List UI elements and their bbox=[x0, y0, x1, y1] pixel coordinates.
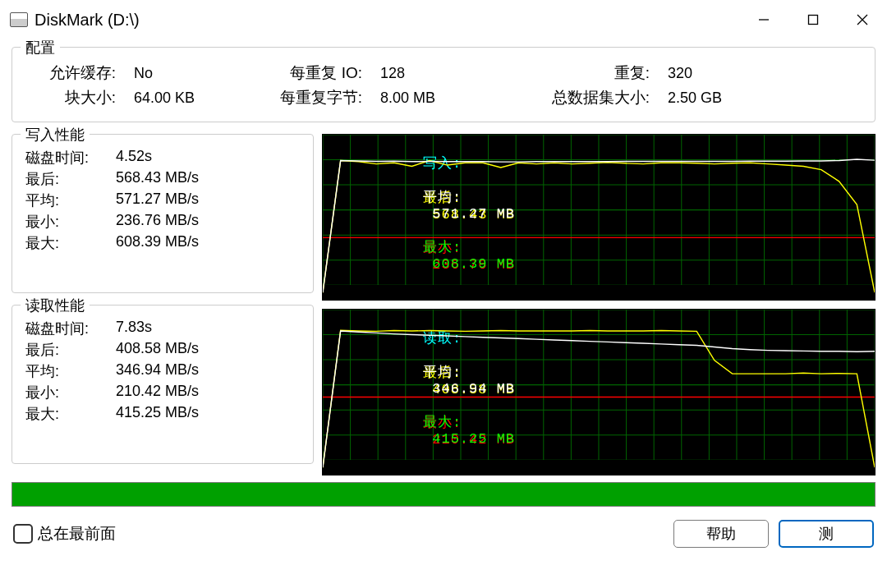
write-min-label: 最小: bbox=[25, 212, 116, 232]
read-last-label: 最后: bbox=[25, 340, 116, 360]
write-disktime-value: 4.52s bbox=[116, 148, 152, 168]
config-group: 配置 允许缓存:No 块大小:64.00 KB 每重复 IO:128 每重复字节… bbox=[11, 47, 876, 122]
read-max-label: 最大: bbox=[25, 404, 116, 424]
repeat-value: 320 bbox=[668, 65, 766, 82]
read-min-value: 210.42 MB/s bbox=[116, 383, 199, 402]
read-avg-label: 平均: bbox=[25, 361, 116, 381]
write-avg-value: 571.27 MB/s bbox=[116, 191, 199, 210]
test-button[interactable]: 测 bbox=[779, 520, 874, 548]
read-perf-title: 读取性能 bbox=[21, 296, 90, 315]
total-dataset-label: 总数据集大小: bbox=[518, 87, 650, 108]
write-min-value: 236.76 MB/s bbox=[116, 212, 199, 232]
bytes-per-repeat-label: 每重复字节: bbox=[272, 87, 362, 108]
app-icon bbox=[10, 12, 28, 27]
window-title: DiskMark (D:\) bbox=[34, 11, 140, 30]
progress-bar bbox=[11, 482, 876, 507]
read-disktime-label: 磁盘时间: bbox=[25, 319, 116, 338]
config-group-title: 配置 bbox=[21, 38, 60, 57]
always-on-top-label: 总在最前面 bbox=[38, 523, 116, 544]
repeat-label: 重复: bbox=[518, 62, 650, 84]
write-perf-group: 写入性能 磁盘时间:4.52s 最后:568.43 MB/s 平均:571.27… bbox=[11, 134, 314, 293]
minimize-button[interactable] bbox=[739, 0, 788, 39]
always-on-top-checkbox[interactable]: 总在最前面 bbox=[13, 523, 116, 544]
read-avg-value: 346.94 MB/s bbox=[116, 361, 199, 381]
allow-cache-value: No bbox=[134, 65, 232, 82]
checkbox-icon bbox=[13, 524, 33, 544]
read-max-value: 415.25 MB/s bbox=[116, 404, 199, 424]
close-button[interactable] bbox=[838, 0, 887, 39]
write-max-label: 最大: bbox=[25, 233, 116, 253]
io-per-repeat-value: 128 bbox=[380, 65, 479, 82]
allow-cache-label: 允许缓存: bbox=[25, 62, 116, 84]
read-last-value: 408.58 MB/s bbox=[116, 340, 199, 360]
read-min-label: 最小: bbox=[25, 383, 116, 402]
svg-rect-1 bbox=[809, 16, 818, 25]
block-size-value: 64.00 KB bbox=[134, 90, 232, 107]
write-last-label: 最后: bbox=[25, 169, 116, 189]
block-size-label: 块大小: bbox=[25, 87, 116, 108]
write-max-value: 608.39 MB/s bbox=[116, 233, 199, 253]
write-avg-label: 平均: bbox=[25, 191, 116, 210]
read-disktime-value: 7.83s bbox=[116, 319, 152, 338]
bytes-per-repeat-value: 8.00 MB bbox=[380, 90, 479, 107]
help-button[interactable]: 帮助 bbox=[673, 520, 769, 548]
read-perf-group: 读取性能 磁盘时间:7.83s 最后:408.58 MB/s 平均:346.94… bbox=[11, 305, 314, 464]
title-bar: DiskMark (D:\) bbox=[0, 0, 887, 40]
write-graph: 写入: 最后: 568.43 MB 最小: 236.76 MB 平均: 571.… bbox=[322, 134, 876, 301]
maximize-button[interactable] bbox=[788, 0, 838, 39]
read-graph: 读取: 最后: 408.58 MB 最小: 210.42 MB 平均: 346.… bbox=[322, 309, 876, 475]
window-controls bbox=[739, 0, 887, 39]
io-per-repeat-label: 每重复 IO: bbox=[272, 62, 362, 84]
write-perf-title: 写入性能 bbox=[21, 125, 90, 145]
write-disktime-label: 磁盘时间: bbox=[25, 148, 116, 168]
write-last-value: 568.43 MB/s bbox=[116, 169, 199, 189]
total-dataset-value: 2.50 GB bbox=[668, 90, 766, 107]
